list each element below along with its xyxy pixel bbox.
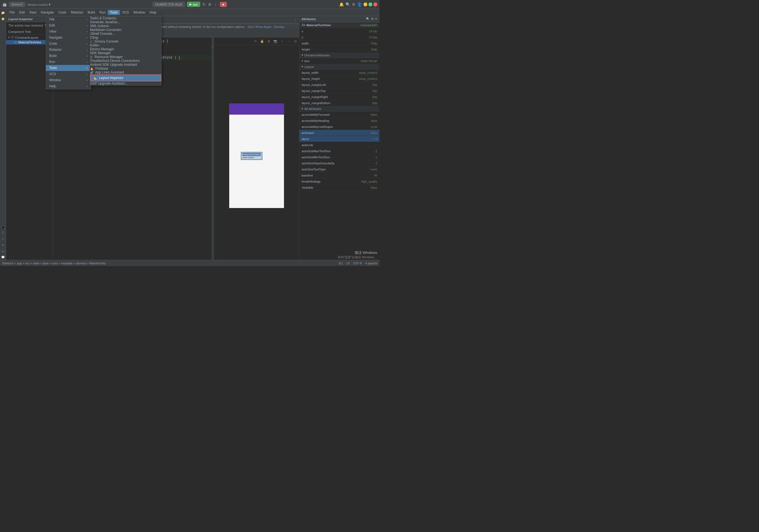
section-layout: ▾ Layout	[300, 64, 380, 70]
tools-firebase[interactable]: 🔥 Firebase	[90, 66, 161, 70]
constraint-layout-label: ConstraintLayout	[15, 36, 38, 39]
menu-code-entry[interactable]: Code›	[46, 41, 91, 47]
tools-android-sdk-upgrade[interactable]: Android SDK Upgrade Assistant	[90, 63, 161, 66]
menu-navigate-entry[interactable]: Navigate›	[46, 34, 91, 41]
menu-refactor[interactable]: Refactor	[68, 10, 85, 15]
menu-vcs-entry[interactable]: VCS›	[46, 71, 91, 77]
menu-file[interactable]: File	[7, 10, 17, 15]
maximize-button[interactable]	[369, 3, 372, 6]
tools-tasks-contexts[interactable]: Tasks & Contexts›	[90, 16, 161, 20]
tools-groovy-console[interactable]: ◎ Groovy Console	[90, 39, 161, 43]
section-collapse-icon[interactable]: ▾	[301, 53, 303, 57]
menu-refactor-entry[interactable]: Refactor›	[46, 47, 91, 53]
activate-windows: 激活 Windows 转到"设置"以激活 Windows。	[338, 250, 378, 259]
tools-resource-manager[interactable]: ☰ Resource Manager	[90, 55, 161, 59]
minimize-button[interactable]	[364, 3, 367, 6]
menu-vcs[interactable]: VCS	[120, 10, 131, 15]
tools-agp-upgrade[interactable]: AGP Upgrade Assistant...	[90, 81, 161, 85]
menu-help-entry[interactable]: Help›	[46, 83, 91, 89]
settings-icon[interactable]: ⚙	[352, 2, 355, 7]
tools-cling[interactable]: Cling›	[90, 36, 161, 39]
menu-build[interactable]: Build	[85, 10, 97, 15]
menu-run-entry[interactable]: Run›	[46, 59, 91, 65]
sidebar-icon-arrow[interactable]: ↗	[0, 236, 6, 242]
dismiss-link[interactable]: Dismiss	[274, 25, 285, 28]
menu-view[interactable]: View	[27, 10, 39, 15]
attr-row-auto-size-min: autoSizeMinTextSize -1	[300, 154, 380, 160]
highlighted-view[interactable]: MaterialTextView Hello World	[241, 152, 262, 160]
menu-tools-entry[interactable]: Tools›	[46, 65, 91, 71]
tools-layout-inspector[interactable]: 📐 Layout Inspector	[90, 74, 161, 81]
run-button[interactable]: ▶ app	[187, 2, 200, 7]
menu-code[interactable]: Code	[56, 10, 68, 15]
preview-camera-btn[interactable]: 📷	[273, 38, 278, 44]
stop-button[interactable]: ■	[220, 2, 227, 7]
tools-jshell-console[interactable]: JShell Console...	[90, 32, 161, 36]
tools-device-manager[interactable]: Device Manager	[90, 47, 161, 51]
status-indent: 4 spaces	[365, 262, 377, 265]
section-all-collapse-icon[interactable]: ▾	[301, 107, 303, 110]
menu-help[interactable]: Help	[147, 10, 159, 15]
attr-row-height: height 19dp	[300, 46, 380, 53]
attr-row-layout-height: layout_height wrap_content	[300, 76, 380, 82]
sidebar-icon-project[interactable]: 📁	[0, 10, 6, 16]
gutter-right: ✓	[212, 37, 214, 266]
preview-panel: ↻ 🔒 ⊞ 📷 + − ⊡	[214, 37, 300, 266]
attributes-panel: Attributes 🔍 ⚙ ✕ Ab MaterialTextView <un…	[300, 16, 380, 266]
editor-more-icon[interactable]: ⋮	[292, 18, 300, 22]
preview-zoom-in-btn[interactable]: +	[279, 38, 285, 44]
phone-screen[interactable]: MaterialTextView Hello World	[229, 103, 284, 208]
app-icon: 🤖	[2, 2, 7, 7]
sidebar-icon-more[interactable]: ⋯	[0, 22, 6, 28]
close-button[interactable]	[374, 3, 377, 6]
notifications-icon[interactable]: 🔔	[339, 2, 344, 7]
dont-show-again-link[interactable]: Don't Show Again	[248, 25, 272, 28]
tools-kotlin[interactable]: Kotlin›	[90, 43, 161, 47]
check-icon: ✓	[211, 45, 214, 48]
attr-row-margin-top: layout_marginTop 0dp	[300, 88, 380, 94]
menu-edit-entry[interactable]: Edit›	[46, 22, 91, 28]
preview-fit-btn[interactable]: ⊡	[293, 38, 298, 44]
material-text-view-label: MaterialTextView	[18, 41, 41, 44]
sidebar-icon-t[interactable]: T	[0, 230, 6, 236]
tools-troubleshoot[interactable]: Troubleshoot Device Connections	[90, 59, 161, 63]
sidebar-icon-star[interactable]: ✦	[0, 242, 6, 248]
device-selector[interactable]: HUAWEI STK-AL00	[153, 2, 184, 7]
menu-run[interactable]: Run	[97, 10, 108, 15]
profile-icon[interactable]: 👤	[357, 2, 362, 7]
sidebar-icon-layout[interactable]: 📱	[0, 224, 6, 229]
tools-app-links[interactable]: 🔗 App Links Assistant	[90, 70, 161, 74]
attr-row-x: x 141dp	[300, 28, 380, 34]
sync-button[interactable]: ↻	[202, 2, 206, 7]
sidebar-icon-favorites[interactable]: ⭐	[0, 16, 6, 21]
section-layout-collapse-icon[interactable]: ▾	[301, 65, 303, 68]
tools-markdown-converter[interactable]: Markdown Converter›	[90, 28, 161, 32]
tools-sdk-manager[interactable]: SDK Manager	[90, 51, 161, 55]
menu-tools[interactable]: Tools	[108, 10, 120, 15]
sidebar-icon-chat[interactable]: 💬	[0, 254, 6, 260]
more-button[interactable]: ⋮	[214, 2, 218, 7]
menu-build-entry[interactable]: Build›	[46, 53, 91, 59]
version-control-dropdown[interactable]: Version control ▾	[27, 2, 51, 7]
tools-generate-javadoc[interactable]: Generate JavaDoc...	[90, 20, 161, 24]
attrs-close-icon[interactable]: ✕	[375, 17, 377, 21]
sidebar-icon-circle[interactable]: ◎	[0, 248, 6, 254]
menu-window-entry[interactable]: Window›	[46, 77, 91, 83]
preview-lock-btn[interactable]: 🔒	[260, 38, 265, 44]
preview-zoom-out-btn[interactable]: −	[286, 38, 291, 44]
menu-file-entry[interactable]: File›	[46, 16, 91, 22]
tools-xml-actions[interactable]: XML Actions›	[90, 24, 161, 28]
menu-edit[interactable]: Edit	[17, 10, 27, 15]
menu-view-entry[interactable]: View›	[46, 28, 91, 34]
preview-grid-btn[interactable]: ⊞	[266, 38, 271, 44]
project-dropdown[interactable]: DemoUI	[9, 2, 25, 7]
settings-button[interactable]: ⚙	[208, 2, 212, 7]
menu-window[interactable]: Window	[131, 10, 147, 15]
attrs-settings-icon[interactable]: ⚙	[371, 17, 374, 21]
menu-navigate[interactable]: Navigate	[39, 10, 56, 15]
status-bar-left: DemoUI > app > src > main > java > com >…	[2, 262, 339, 265]
tools-main-dropdown: File› Edit› View› Navigate› Code› Refact…	[46, 16, 91, 90]
preview-refresh-btn[interactable]: ↻	[253, 38, 258, 44]
attrs-search-icon[interactable]: 🔍	[366, 17, 370, 21]
search-icon[interactable]: 🔍	[345, 2, 350, 7]
